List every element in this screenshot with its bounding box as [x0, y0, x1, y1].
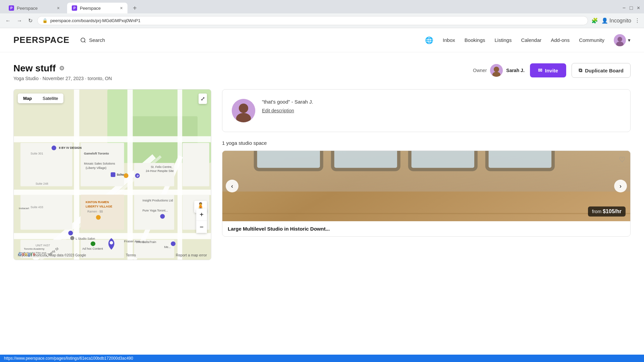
new-tab-button[interactable]: +: [130, 3, 140, 13]
user-avatar-menu[interactable]: ▾: [614, 34, 631, 46]
owner-label: Owner: [473, 68, 487, 73]
svg-point-65: [70, 236, 74, 240]
tab-label-1: Peerspace: [17, 6, 38, 11]
map-container[interactable]: Map Satellite ⤢ 🧍 + −: [13, 89, 211, 260]
svg-text:Ramen · $$: Ramen · $$: [87, 210, 103, 213]
zoom-out-button[interactable]: −: [196, 221, 207, 233]
map-tab-satellite[interactable]: Satellite: [37, 94, 63, 103]
back-button[interactable]: ←: [4, 16, 12, 25]
nav-inbox[interactable]: Inbox: [443, 37, 455, 43]
browser-tab-2[interactable]: P Peerspace ×: [67, 3, 127, 13]
map-footer: Keyboard shortcuts Map data ©2023 Google…: [14, 253, 211, 257]
browser-tab-1[interactable]: P Peerspace ×: [4, 3, 64, 13]
map-expand-button[interactable]: ⤢: [199, 94, 207, 104]
search-label: Search: [89, 37, 105, 43]
gear-icon[interactable]: ⚙: [59, 65, 64, 72]
browser-chrome: P Peerspace × P Peerspace × + − □ × ← → …: [0, 0, 644, 28]
tab-close-1[interactable]: ×: [57, 5, 60, 11]
tab-favicon-2: P: [72, 5, 77, 11]
svg-text:Ad hoc Content: Ad hoc Content: [82, 247, 103, 250]
nav-addons[interactable]: Add-ons: [551, 37, 570, 43]
content-column: "that's good" - Sarah J. Edit descriptio…: [222, 89, 631, 260]
svg-text:P: P: [137, 174, 139, 178]
svg-text:Suite 433: Suite 433: [31, 205, 43, 209]
prev-image-button[interactable]: ‹: [226, 180, 238, 192]
browser-titlebar: P Peerspace × P Peerspace × + − □ ×: [0, 0, 644, 13]
svg-point-0: [81, 38, 85, 42]
favorite-icon[interactable]: ♡: [619, 156, 626, 164]
svg-text:24-Hour Respite Site: 24-Hour Respite Site: [146, 169, 174, 173]
map-report[interactable]: Report a map error: [176, 253, 207, 257]
svg-point-60: [110, 241, 113, 244]
board-title-section: New stuff ⚙ Yoga Studio · November 27, 2…: [13, 63, 112, 81]
price-badge: from $105/hr: [588, 206, 626, 217]
svg-text:Toronto Academy: Toronto Academy: [24, 247, 44, 250]
svg-text:UNIT #437: UNIT #437: [36, 244, 50, 247]
nav-calendar[interactable]: Calendar: [521, 37, 541, 43]
svg-text:Pure Yoga Toront...: Pure Yoga Toront...: [143, 209, 168, 212]
svg-text:Fraser Ave: Fraser Ave: [124, 239, 140, 243]
svg-rect-20: [20, 195, 72, 230]
nav-bookings[interactable]: Bookings: [465, 37, 485, 43]
site-header: PEERSPACE Search 🌐 Inbox Bookings Listin…: [0, 28, 644, 52]
window-maximize[interactable]: □: [630, 5, 633, 11]
svg-text:Mosaic Sales Solutions: Mosaic Sales Solutions: [84, 162, 115, 165]
description-box: "that's good" - Sarah J. Edit descriptio…: [222, 89, 631, 132]
window-close[interactable]: ×: [637, 5, 640, 11]
window-minimize[interactable]: −: [623, 5, 626, 11]
extensions-icon[interactable]: 🧩: [591, 17, 598, 24]
svg-text:KINTON RAMEN: KINTON RAMEN: [86, 200, 109, 204]
board-title: New stuff ⚙: [13, 63, 112, 74]
svg-rect-85: [487, 151, 553, 170]
svg-point-56: [124, 173, 128, 178]
duplicate-icon: ⧉: [579, 67, 582, 73]
next-image-button[interactable]: ›: [614, 180, 627, 192]
more-icon[interactable]: ⋮: [635, 17, 640, 24]
svg-point-67: [160, 214, 165, 219]
site-nav: 🌐 Inbox Bookings Listings Calendar Add-o…: [425, 34, 631, 46]
invite-button[interactable]: ✉ Invite: [530, 63, 566, 77]
next-icon: ›: [620, 183, 622, 190]
space-card-body: Large Multilevel Studio in Historic Down…: [222, 221, 630, 236]
board-header: New stuff ⚙ Yoga Studio · November 27, 2…: [13, 63, 631, 81]
nav-community[interactable]: Community: [579, 37, 604, 43]
url-bar[interactable]: 🔒 peerspace.com/boards/prj-MGdGMPxq0WnP1: [37, 16, 588, 25]
prev-icon: ‹: [231, 183, 233, 190]
map-svg: Suite 301 Suite 433 UNIT #437 Gameloft T…: [14, 89, 211, 260]
zoom-in-button[interactable]: +: [196, 208, 207, 221]
envelope-icon: ✉: [538, 67, 542, 73]
search-button[interactable]: Search: [80, 37, 105, 43]
desc-quote: "that's good" - Sarah J.: [262, 99, 313, 105]
svg-text:LIBERTY VILLAGE: LIBERTY VILLAGE: [86, 205, 112, 208]
nav-listings[interactable]: Listings: [495, 37, 512, 43]
svg-point-70: [171, 241, 175, 246]
page-content: New stuff ⚙ Yoga Studio · November 27, 2…: [0, 52, 644, 271]
site-logo[interactable]: PEERSPACE: [13, 35, 69, 45]
forward-button[interactable]: →: [15, 16, 23, 25]
svg-rect-54: [111, 172, 115, 177]
svg-point-2: [618, 37, 622, 42]
svg-text:Gameloft Toronto: Gameloft Toronto: [84, 152, 109, 155]
svg-point-61: [96, 215, 101, 220]
duplicate-board-button[interactable]: ⧉ Duplicate Board: [572, 63, 631, 78]
profile-icon[interactable]: 👤 Incognito: [601, 17, 631, 24]
space-title[interactable]: Large Multilevel Studio in Historic Down…: [228, 226, 625, 232]
svg-point-5: [494, 67, 499, 72]
owner-avatar: [490, 64, 503, 77]
svg-point-78: [239, 104, 248, 113]
map-terms[interactable]: Terms: [126, 253, 136, 257]
svg-rect-15: [177, 89, 182, 260]
edit-description-link[interactable]: Edit description: [262, 108, 313, 113]
map-column: Map Satellite ⤢ 🧍 + −: [13, 89, 211, 260]
globe-icon[interactable]: 🌐: [425, 36, 433, 44]
window-controls: − □ ×: [623, 5, 640, 11]
svg-rect-84: [410, 151, 476, 170]
svg-text:(Liberty Village): (Liberty Village): [86, 166, 106, 170]
board-title-text: New stuff: [13, 63, 56, 74]
tab-close-2[interactable]: ×: [120, 5, 123, 11]
reload-button[interactable]: ↻: [27, 16, 34, 25]
map-tab-map[interactable]: Map: [18, 94, 37, 103]
map-attribution: Keyboard shortcuts Map data ©2023 Google: [18, 253, 86, 257]
svg-point-68: [91, 241, 95, 246]
duplicate-label: Duplicate Board: [585, 68, 624, 73]
